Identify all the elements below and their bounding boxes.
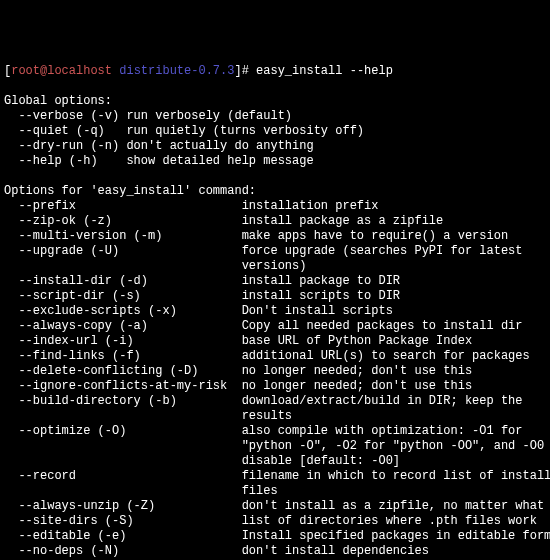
- command-options-list: --prefix installation prefix --zip-ok (-…: [4, 199, 550, 560]
- terminal-output[interactable]: [root@localhost distribute-0.7.3]# easy_…: [4, 64, 546, 560]
- command-options-heading: Options for 'easy_install' command:: [4, 184, 256, 198]
- global-options-heading: Global options:: [4, 94, 112, 108]
- prompt-user-host: root@localhost: [11, 64, 112, 78]
- global-options-list: --verbose (-v) run verbosely (default) -…: [4, 109, 364, 168]
- prompt-cwd: distribute-0.7.3: [119, 64, 234, 78]
- prompt-line: [root@localhost distribute-0.7.3]# easy_…: [4, 64, 393, 78]
- prompt-command: easy_install --help: [256, 64, 393, 78]
